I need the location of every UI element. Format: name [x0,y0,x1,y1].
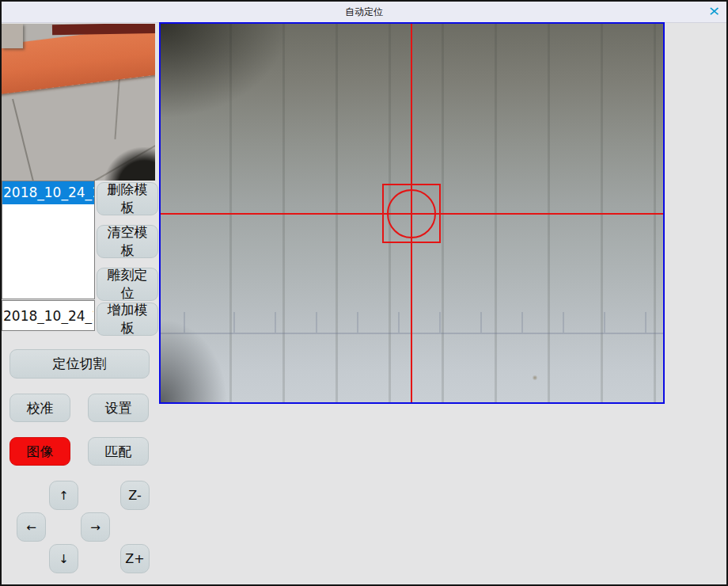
gray-corner-patch [2,24,23,48]
jog-down-button[interactable]: ↓ [49,544,78,573]
add-template-button[interactable]: 增加模板 [97,303,158,336]
auto-position-window: 自动定位 ✕ 2018_10_24_11 删除模板 清空模板 雕刻定位 增加模板… [0,0,728,586]
z-minus-button[interactable]: Z- [120,481,150,510]
dark-object [104,147,155,181]
tile-grout-line [12,99,39,181]
camera-feed [161,24,663,402]
jog-right-button[interactable]: → [81,512,110,542]
image-button[interactable]: 图像 [9,437,70,466]
jog-left-button[interactable]: ← [17,512,46,542]
template-thumbnail[interactable] [2,24,155,181]
camera-view[interactable] [159,22,665,404]
z-plus-button[interactable]: Z+ [120,544,150,573]
jog-up-button[interactable]: ↑ [49,481,78,510]
window-title: 自动定位 [2,2,726,22]
match-button[interactable]: 匹配 [88,437,149,466]
engrave-position-button[interactable]: 雕刻定位 [97,268,158,301]
delete-template-button[interactable]: 删除模板 [97,182,158,215]
template-name-input[interactable] [2,300,95,331]
template-list[interactable]: 2018_10_24_11 [2,181,95,299]
titlebar: 自动定位 ✕ [2,2,726,23]
target-circle [387,189,436,238]
dark-wood-strip [52,24,155,35]
position-cut-button[interactable]: 定位切割 [9,349,150,379]
settings-button[interactable]: 设置 [88,394,149,422]
calibrate-button[interactable]: 校准 [9,394,70,422]
clear-template-button[interactable]: 清空模板 [97,225,158,258]
orange-wood-bar [2,24,155,95]
close-icon[interactable]: ✕ [708,2,720,22]
list-item[interactable]: 2018_10_24_11 [2,181,94,204]
